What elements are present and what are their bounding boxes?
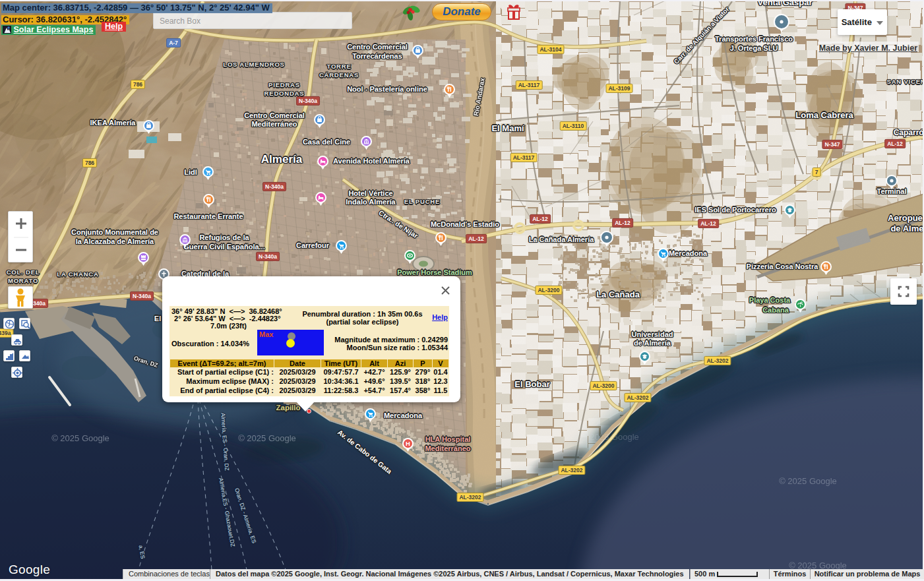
svg-text:H: H — [406, 439, 410, 446]
